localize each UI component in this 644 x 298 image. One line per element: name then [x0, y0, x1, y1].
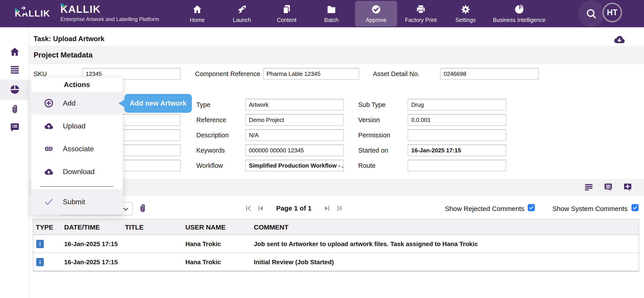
- arrow-right-icon: [20, 5, 26, 11]
- table-row[interactable]: 16-Jan-2025 17:15 Hana Trokic Initial Re…: [33, 253, 639, 271]
- menu-item-label: Download: [63, 168, 94, 176]
- menu-item-add[interactable]: Add: [31, 92, 123, 115]
- nav-label: Batch: [324, 17, 338, 23]
- nav-label: Content: [277, 17, 296, 23]
- nav-item-content[interactable]: Content: [264, 0, 309, 27]
- menu-item-associate[interactable]: Associate: [31, 137, 123, 160]
- nav-item-home[interactable]: Home: [175, 0, 220, 27]
- search-icon: [586, 8, 597, 20]
- menu-item-upload[interactable]: Upload: [31, 115, 123, 137]
- menu-item-submit[interactable]: Submit: [31, 189, 123, 214]
- show-system-comments-label: Show System Comments: [552, 205, 628, 212]
- version-field[interactable]: 0.0.001: [408, 114, 506, 126]
- menu-item-label: Associate: [63, 145, 94, 153]
- nav-label: Approve: [366, 17, 386, 23]
- next-page-button[interactable]: [323, 204, 331, 212]
- nav-label: Settings: [456, 17, 476, 23]
- started-on-field[interactable]: 16-Jan-2025 17:15: [408, 145, 506, 156]
- app-window: KKALLIKALLIK KALLIK Enterprise Artwork a…: [0, 0, 644, 298]
- project-metadata-header: Project Metadata: [29, 46, 644, 64]
- printer-icon: [416, 4, 426, 15]
- check-icon: [528, 205, 534, 210]
- nav-item-factory-print[interactable]: Factory Print: [398, 0, 443, 27]
- cell-datetime: 16-Jan-2025 17:15: [64, 235, 118, 253]
- cell-comment: Job sent to Artworker to upload artwork …: [254, 235, 478, 253]
- menu-item-label: Submit: [63, 198, 85, 206]
- sidebar-item-attachments[interactable]: [10, 104, 20, 115]
- table-row[interactable]: 16-Jan-2025 17:15 Hana Trokic Job sent t…: [33, 235, 639, 253]
- download-task-icon[interactable]: [613, 33, 626, 46]
- menu-item-download[interactable]: Download: [31, 160, 123, 183]
- component-reference-label: Component Reference: [195, 68, 260, 80]
- description-label: Description: [196, 129, 229, 141]
- route-label: Route: [358, 160, 376, 171]
- nav-label: Business Intelligence: [493, 17, 546, 23]
- nav-item-approve[interactable]: Approve: [354, 0, 398, 27]
- description-field[interactable]: N/A: [245, 129, 344, 141]
- page-indicator: Page 1 of 1: [276, 204, 312, 212]
- actions-menu: Actions Add Upload Associate Download Su…: [31, 77, 123, 215]
- version-label: Version: [358, 114, 380, 126]
- workflow-field[interactable]: Simplified Production Workflow - ...: [245, 160, 344, 171]
- column-header-username: USER NAME: [185, 219, 226, 235]
- sidebar-item-list[interactable]: [10, 65, 20, 75]
- sub-type-field[interactable]: Drug: [408, 99, 506, 111]
- show-system-comments-checkbox[interactable]: [632, 204, 639, 211]
- last-page-button[interactable]: [335, 204, 343, 212]
- comments-table: TYPE DATE/TIME TITLE USER NAME COMMENT 1…: [33, 219, 639, 271]
- cell-comment: Initial Review (Job Started): [254, 253, 334, 271]
- cloud-upload-icon: [44, 121, 54, 131]
- menu-item-label: Add: [63, 99, 76, 107]
- asset-detail-no-field[interactable]: 0246698: [440, 68, 539, 80]
- avatar-initials: HT: [607, 8, 618, 17]
- column-header-type: TYPE: [36, 219, 53, 235]
- first-page-button[interactable]: [245, 204, 253, 212]
- left-sidebar: [0, 27, 29, 298]
- cloud-download-icon: [44, 166, 54, 177]
- route-field[interactable]: [408, 160, 506, 171]
- nav-item-settings[interactable]: Settings: [443, 0, 488, 27]
- comments-pagination: Page 1 of 1: [242, 202, 345, 214]
- user-avatar[interactable]: HT: [602, 3, 622, 22]
- top-navigation-bar: KKALLIKALLIK KALLIK Enterprise Artwork a…: [0, 0, 644, 27]
- keywords-label: Keywords: [196, 145, 225, 156]
- info-icon: [36, 240, 44, 248]
- attachment-paperclip-icon[interactable]: [138, 203, 148, 213]
- type-field[interactable]: Artwork: [245, 99, 344, 111]
- show-rejected-comments-checkbox[interactable]: [528, 204, 535, 211]
- gear-icon: [460, 4, 471, 15]
- keywords-field[interactable]: 000000 00000 12345: [245, 145, 344, 156]
- sidebar-item-comments[interactable]: [10, 122, 20, 133]
- home-icon: [192, 4, 202, 15]
- nav-label: Home: [190, 17, 205, 23]
- nav-item-launch[interactable]: Launch: [220, 0, 264, 27]
- nav-label: Launch: [233, 17, 251, 23]
- sidebar-expand-button[interactable]: [18, 3, 28, 13]
- plus-circle-icon: [44, 98, 54, 108]
- actions-menu-title: Actions: [31, 77, 123, 92]
- link-icon: [44, 144, 54, 154]
- comment-bubble-icon[interactable]: [603, 183, 613, 192]
- sub-type-label: Sub Type: [358, 99, 386, 111]
- sidebar-item-tasks[interactable]: [10, 84, 20, 95]
- folder-icon: [326, 4, 336, 15]
- nav-item-business-intelligence[interactable]: Business Intelligence: [488, 0, 550, 27]
- component-reference-field[interactable]: Pharma Lable 12345: [263, 68, 359, 80]
- add-new-artwork-tooltip: Add new Artwork: [124, 94, 192, 113]
- reference-field[interactable]: Demo Project: [245, 114, 344, 126]
- permission-field[interactable]: [408, 129, 506, 141]
- column-header-comment: COMMENT: [254, 219, 288, 235]
- column-header-title: TITLE: [125, 219, 144, 235]
- previous-page-button[interactable]: [257, 204, 265, 212]
- sidebar-item-home[interactable]: [10, 47, 20, 57]
- menu-item-label: Upload: [63, 122, 86, 130]
- search-button[interactable]: [578, 1, 604, 27]
- info-icon: [36, 258, 44, 266]
- align-left-icon[interactable]: [584, 183, 594, 192]
- pie-chart-icon: [514, 4, 524, 15]
- add-comment-icon[interactable]: [623, 183, 632, 192]
- kallik-logo-subtitle: Enterprise Artwork and Labelling Platfor…: [60, 16, 159, 22]
- nav-item-batch[interactable]: Batch: [309, 0, 354, 27]
- show-rejected-comments-label: Show Rejected Comments: [445, 205, 524, 212]
- column-header-datetime: DATE/TIME: [64, 219, 100, 235]
